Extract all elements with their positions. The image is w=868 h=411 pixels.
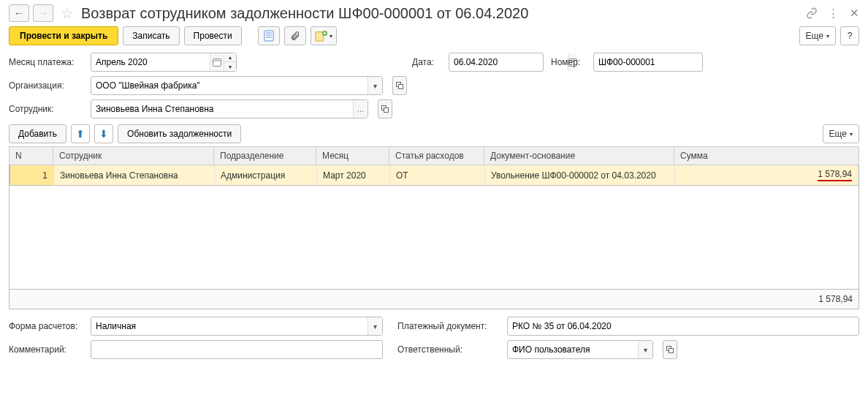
number-label: Номер: [551,57,586,67]
dropdown-icon[interactable]: ▾ [368,77,382,94]
svg-rect-6 [213,59,221,67]
number-field[interactable] [593,53,703,72]
col-header-sum[interactable]: Сумма [674,147,859,165]
kebab-menu-icon[interactable]: ⋮ [828,7,840,20]
save-button[interactable]: Записать [123,26,179,45]
cell-month[interactable]: Март 2020 [317,165,390,186]
pay-month-input[interactable] [91,53,210,71]
open-org-icon[interactable] [392,76,407,95]
move-down-button[interactable]: ⬇ [94,124,113,143]
refresh-debts-button[interactable]: Обновить задолженности [118,124,241,143]
month-stepper[interactable]: ▲▼ [224,53,236,71]
nav-forward-button[interactable]: → [33,4,53,22]
post-button[interactable]: Провести [184,26,242,45]
comment-field[interactable] [91,340,383,359]
add-row-button[interactable]: Добавить [9,124,66,143]
cell-employee[interactable]: Зиновьева Инна Степановна [54,165,215,186]
cell-sum[interactable]: 1 578,94 [675,165,859,186]
title-bar: ← → ☆ Возврат сотрудником задолженности … [9,4,859,22]
col-header-document[interactable]: Документ-основание [484,147,674,165]
employee-label: Сотрудник: [9,104,83,114]
dropdown-icon[interactable]: ▾ [368,317,382,335]
responsible-field[interactable]: ▾ [507,340,653,359]
paydoc-label: Платежный документ: [397,321,500,331]
employee-input[interactable] [91,100,353,118]
open-employee-icon[interactable] [378,99,392,118]
close-icon[interactable]: ✕ [850,7,859,20]
org-input[interactable] [91,77,368,94]
favorite-star-icon[interactable]: ☆ [61,4,74,22]
calendar-icon[interactable] [210,53,224,71]
col-header-n[interactable]: N [9,147,53,165]
table-toolbar: Добавить ⬆ ⬇ Обновить задолженности Еще▾ [9,124,859,143]
responsible-input[interactable] [508,341,638,358]
window-title: Возврат сотрудником задолженности ШФ00-0… [81,5,802,22]
responsible-label: Ответственный: [397,344,500,355]
svg-rect-15 [669,349,674,353]
movements-icon[interactable] [258,26,280,45]
help-button[interactable]: ? [840,26,859,45]
col-header-employee[interactable]: Сотрудник [53,147,214,165]
employee-field[interactable]: … [91,99,368,118]
move-up-button[interactable]: ⬆ [71,124,90,143]
select-icon[interactable]: … [353,100,368,118]
cell-document[interactable]: Увольнение ШФ00-000002 от 04.03.2020 [485,165,675,186]
cell-expense[interactable]: ОТ [390,165,485,186]
pay-month-label: Месяц платежа: [9,57,83,67]
payform-input[interactable] [91,317,368,335]
cell-n[interactable]: 1 [10,165,54,186]
attachment-icon[interactable] [284,26,306,45]
dropdown-icon[interactable]: ▾ [638,341,652,358]
pay-month-field[interactable]: ▲▼ [91,53,237,72]
svg-rect-11 [399,85,403,89]
org-label: Организация: [9,80,83,91]
date-field[interactable] [449,53,544,72]
table-total: 1 578,94 [9,290,859,309]
org-field[interactable]: ▾ [91,76,383,95]
comment-input[interactable] [91,341,382,358]
paydoc-field[interactable] [507,317,859,336]
main-toolbar: Провести и закрыть Записать Провести ▾ Е… [9,26,859,45]
payform-field[interactable]: ▾ [91,317,383,336]
date-input[interactable] [449,53,568,71]
cell-department[interactable]: Администрация [215,165,317,186]
open-responsible-icon[interactable] [663,340,677,359]
post-and-close-button[interactable]: Провести и закрыть [9,26,118,45]
table-more-button[interactable]: Еще▾ [823,124,859,143]
nav-back-button[interactable]: ← [9,4,29,22]
toolbar-more-button[interactable]: Еще▾ [799,26,836,45]
svg-rect-13 [384,108,389,113]
col-header-expense[interactable]: Статья расходов [389,147,484,165]
col-header-department[interactable]: Подразделение [214,147,316,165]
link-icon[interactable] [806,7,818,19]
svg-rect-0 [264,31,273,41]
comment-label: Комментарий: [9,344,83,355]
number-input[interactable] [594,53,712,71]
create-based-on-icon[interactable]: ▾ [311,26,337,45]
payform-label: Форма расчетов: [9,321,83,331]
col-header-month[interactable]: Месяц [316,147,389,165]
debts-table: N Сотрудник Подразделение Месяц Статья р… [9,146,859,165]
date-label: Дата: [412,57,441,67]
paydoc-input[interactable] [508,317,859,335]
table-row[interactable]: 1 Зиновьева Инна Степановна Администраци… [10,165,859,186]
